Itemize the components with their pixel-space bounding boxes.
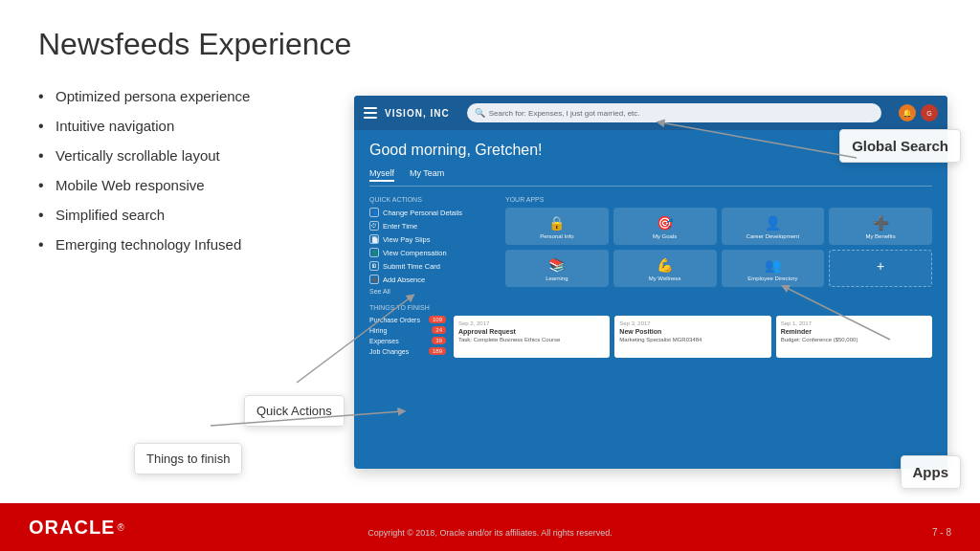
app-tile-icon-benefits: ➕ [873,215,889,231]
things-left: Purchase Orders 109 Hiring 24 Expenses 3… [369,316,446,358]
app-tile-icon-personal: 🔒 [548,215,565,231]
see-all-link[interactable]: See All [369,288,494,295]
avatar-icon[interactable]: G [921,104,938,121]
app-tile-directory[interactable]: 👥 Employee Directory [722,250,825,287]
callout-apps: Apps [901,455,962,489]
callout-things-to-finish: Things to finish [134,443,242,474]
your-apps-label: Your Apps [505,196,932,203]
app-tile-label-career: Career Development [746,233,799,240]
bullet-4: Mobile Web responsive [38,175,354,195]
bullet-6: Emerging technology Infused [38,234,354,254]
app-tile-personal-info[interactable]: 🔒 Personal Info [505,208,609,245]
slide: Newsfeeds Experience Optimized persona e… [0,0,980,551]
qa-icon-6: ➕ [369,275,379,284]
search-text: Search for: Expenses, I just got married… [489,109,640,118]
header-icons: 🔔 G [899,104,938,121]
quick-action-1[interactable]: 👤 Change Personal Details [369,208,494,217]
app-tile-learning[interactable]: 📚 Learning [505,250,609,287]
notification-icon[interactable]: 🔔 [899,104,916,121]
app-tile-label-personal: Personal Info [540,233,573,240]
app-tile-label-wellness: My Wellness [649,276,681,282]
app-tile-icon-add: + [877,258,884,274]
things-cards: Sep 2, 2017 Approval Request Task: Compl… [454,316,932,358]
tab-myself[interactable]: Myself [369,168,394,182]
bottom-bar: ORACLE ® Copyright © 2018, Oracle and/or… [0,503,980,551]
qa-icon-3: 📄 [369,234,379,244]
things-item-4[interactable]: Job Changes 189 [369,347,446,355]
apps-col: Your Apps 🔒 Personal Info 🎯 My Goals [505,196,932,295]
things-section: Things to finish Purchase Orders 109 Hir… [369,304,932,358]
things-label: Things to finish [369,304,932,311]
app-tile-icon-directory: 👥 [765,257,781,273]
app-logo: VISION, INC [385,108,450,119]
quick-action-2[interactable]: ⏱ Enter Time [369,221,494,231]
quick-actions-list: 👤 Change Personal Details ⏱ Enter Time 📄… [369,208,494,284]
quick-action-3[interactable]: 📄 View Pay Slips [369,234,494,244]
search-icon: 🔍 [475,108,485,118]
oracle-text: ORACLE [29,517,115,539]
callout-global-search: Global Search [839,129,961,163]
task-card-3[interactable]: Sep 1, 2017 Reminder Budget: Conference … [776,316,932,358]
tab-my-team[interactable]: My Team [410,168,444,182]
app-tile-career[interactable]: 👤 Career Development [722,208,825,245]
app-tile-icon-career: 👤 [765,215,781,231]
qa-icon-4: 💲 [369,248,379,257]
bullet-2: Intuitive navigation [38,116,354,136]
app-tile-icon-goals: 🎯 [657,215,673,231]
quick-action-5[interactable]: 🗓 Submit Time Card [369,261,494,271]
hamburger-icon[interactable] [364,107,377,119]
search-bar[interactable]: 🔍 Search for: Expenses, I just got marri… [467,103,881,122]
bullet-5: Simplified search [38,205,354,225]
qa-icon-1: 👤 [369,208,379,217]
qa-icon-2: ⏱ [369,221,379,231]
task-card-2[interactable]: Sep 3, 2017 New Position Marketing Speci… [614,316,770,358]
app-tabs: Myself My Team [369,168,932,187]
app-tile-icon-wellness: 💪 [657,257,673,273]
app-tile-label-directory: Employee Directory [747,276,797,282]
app-tile-label-benefits: My Benefits [865,233,895,240]
bullet-list: Optimized persona experience Intuitive n… [38,86,354,254]
oracle-reg: ® [117,522,123,533]
qa-icon-5: 🗓 [369,261,379,271]
quick-actions-label: Quick Actions [369,196,494,203]
app-tile-label-goals: My Goals [653,233,677,240]
footer-copyright: Copyright © 2018, Oracle and/or its affi… [368,528,612,538]
things-item-1[interactable]: Purchase Orders 109 [369,316,446,323]
app-tile-benefits[interactable]: ➕ My Benefits [829,208,932,245]
quick-action-6[interactable]: ➕ Add Absence [369,275,494,284]
bullet-3: Vertically scrollable layout [38,145,354,165]
quick-action-4[interactable]: 💲 View Compensation [369,248,494,257]
things-item-2[interactable]: Hiring 24 [369,326,446,334]
callout-quick-actions: Quick Actions [244,395,345,427]
content-left: Optimized persona experience Intuitive n… [38,86,354,264]
app-tile-label-learning: Learning [546,276,568,282]
app-header: VISION, INC 🔍 Search for: Expenses, I ju… [354,96,947,130]
app-body: Good morning, Gretchen! Myself My Team Q… [354,130,947,369]
slide-title: Newsfeeds Experience [38,27,942,62]
app-tile-my-goals[interactable]: 🎯 My Goals [613,208,717,245]
app-tile-add[interactable]: + [829,250,932,287]
footer-page: 7 - 8 [932,527,951,538]
things-content: Purchase Orders 109 Hiring 24 Expenses 3… [369,316,932,358]
task-card-1[interactable]: Sep 2, 2017 Approval Request Task: Compl… [454,316,610,358]
oracle-logo: ORACLE ® [29,517,124,539]
quick-actions-col: Quick Actions 👤 Change Personal Details … [369,196,494,295]
bullet-1: Optimized persona experience [38,86,354,106]
app-tile-wellness[interactable]: 💪 My Wellness [613,250,717,287]
app-main-content: Quick Actions 👤 Change Personal Details … [369,196,932,295]
app-tile-icon-learning: 📚 [548,257,565,273]
apps-grid: 🔒 Personal Info 🎯 My Goals 👤 Career Deve… [505,208,932,287]
things-item-3[interactable]: Expenses 39 [369,337,446,344]
